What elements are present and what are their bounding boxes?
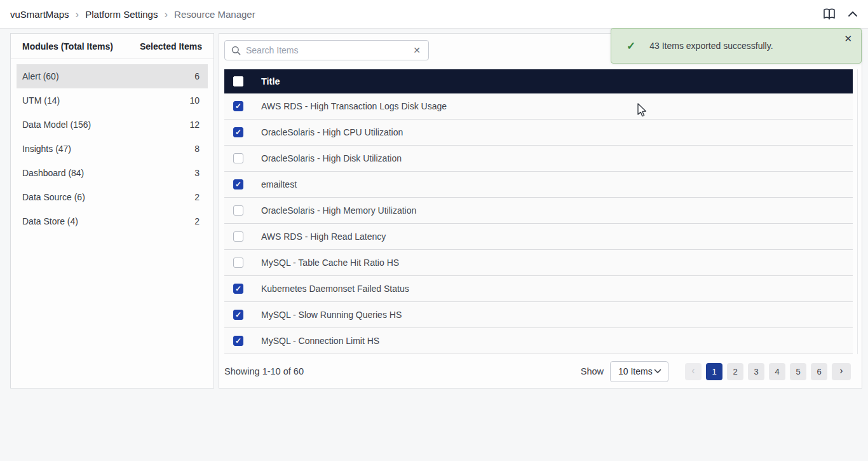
scrollbar-track bbox=[857, 69, 858, 354]
module-item-label: Alert (60) bbox=[22, 71, 59, 81]
module-item-selected-count: 10 bbox=[189, 95, 200, 106]
modules-header-label: Modules (Total Items) bbox=[22, 41, 113, 52]
row-checkbox[interactable] bbox=[233, 127, 243, 137]
module-item[interactable]: Insights (47)8 bbox=[17, 137, 208, 161]
row-checkbox[interactable] bbox=[233, 284, 243, 294]
table-row[interactable]: OracleSolaris - High Memory Utilization bbox=[224, 198, 853, 224]
row-title: AWS RDS - High Read Latency bbox=[261, 231, 386, 242]
selected-items-header-label: Selected Items bbox=[140, 41, 202, 52]
row-checkbox[interactable] bbox=[233, 336, 243, 346]
table-row[interactable]: MySQL - Slow Running Queries HS bbox=[224, 302, 853, 328]
breadcrumb-platform-settings[interactable]: Platform Settings bbox=[85, 9, 158, 20]
page-size-value: 10 Items bbox=[618, 366, 653, 376]
module-item-selected-count: 2 bbox=[194, 216, 200, 226]
items-table: Title AWS RDS - High Transaction Logs Di… bbox=[224, 69, 853, 354]
row-checkbox[interactable] bbox=[233, 310, 243, 320]
toast-message: 43 Items exported successfully. bbox=[649, 41, 773, 51]
success-check-icon: ✓ bbox=[627, 39, 635, 53]
table-row[interactable]: OracleSolaris - High CPU Utilization bbox=[224, 120, 853, 146]
module-item[interactable]: Alert (60)6 bbox=[17, 64, 208, 88]
row-title: OracleSolaris - High Disk Utilization bbox=[261, 153, 402, 163]
row-title: Kubernetes Daemonset Failed Status bbox=[261, 284, 409, 294]
module-item-selected-count: 8 bbox=[194, 144, 200, 154]
page-button-4[interactable]: 4 bbox=[769, 363, 785, 380]
table-row[interactable]: AWS RDS - High Transaction Logs Disk Usa… bbox=[224, 93, 853, 120]
select-all-checkbox[interactable] bbox=[233, 76, 243, 86]
modules-panel-header: Modules (Total Items) Selected Items bbox=[11, 34, 214, 59]
module-item-label: Data Store (4) bbox=[22, 216, 78, 226]
row-title: MySQL - Slow Running Queries HS bbox=[261, 310, 402, 320]
search-input[interactable] bbox=[246, 45, 412, 55]
page-button-3[interactable]: 3 bbox=[748, 363, 764, 380]
row-checkbox[interactable] bbox=[233, 231, 243, 242]
docs-book-icon[interactable] bbox=[822, 8, 836, 20]
module-item-selected-count: 12 bbox=[189, 120, 200, 130]
top-bar: vuSmartMaps › Platform Settings › Resour… bbox=[0, 0, 868, 29]
search-box: ✕ bbox=[224, 40, 429, 60]
previous-page-icon: ‹ bbox=[691, 366, 695, 376]
row-title: MySQL - Connection Limit HS bbox=[261, 336, 379, 346]
show-label: Show bbox=[581, 366, 604, 376]
module-item[interactable]: Data Source (6)2 bbox=[17, 185, 208, 209]
success-toast: ✓ 43 Items exported successfully. ✕ bbox=[611, 28, 862, 64]
breadcrumb-separator-icon: › bbox=[164, 9, 168, 20]
table-row[interactable]: AWS RDS - High Read Latency bbox=[224, 224, 853, 250]
breadcrumb: vuSmartMaps › Platform Settings › Resour… bbox=[10, 9, 255, 20]
next-page-button[interactable]: › bbox=[832, 363, 851, 380]
table-row[interactable]: Kubernetes Daemonset Failed Status bbox=[224, 276, 853, 302]
chevron-up-icon[interactable] bbox=[848, 11, 858, 17]
module-item-label: UTM (14) bbox=[22, 95, 60, 106]
page-size-select[interactable]: 10 Items bbox=[610, 361, 668, 382]
page-button-5[interactable]: 5 bbox=[790, 363, 806, 380]
toast-close-icon[interactable]: ✕ bbox=[844, 34, 852, 43]
pagination: ‹123456› bbox=[685, 363, 851, 380]
row-checkbox[interactable] bbox=[233, 258, 243, 268]
row-checkbox[interactable] bbox=[233, 205, 243, 216]
table-row[interactable]: MySQL - Table Cache Hit Ratio HS bbox=[224, 250, 853, 276]
breadcrumb-resource-manager: Resource Manager bbox=[174, 9, 255, 20]
module-item-label: Insights (47) bbox=[22, 144, 71, 154]
row-title: MySQL - Table Cache Hit Ratio HS bbox=[261, 258, 399, 268]
row-title: OracleSolaris - High CPU Utilization bbox=[261, 127, 403, 137]
module-item-selected-count: 6 bbox=[194, 71, 200, 81]
table-header-row: Title bbox=[224, 69, 853, 93]
next-page-icon: › bbox=[839, 366, 843, 376]
previous-page-button[interactable]: ‹ bbox=[685, 363, 702, 380]
title-column-header: Title bbox=[261, 76, 280, 86]
module-item-selected-count: 3 bbox=[194, 168, 200, 178]
row-checkbox[interactable] bbox=[233, 179, 243, 189]
page-button-6[interactable]: 6 bbox=[811, 363, 827, 380]
table-body: AWS RDS - High Transaction Logs Disk Usa… bbox=[224, 93, 853, 354]
items-panel: ✕ Title AWS RDS - High Transaction Logs … bbox=[219, 33, 862, 389]
table-footer: Showing 1-10 of 60 Show 10 Items ‹123456… bbox=[219, 354, 862, 389]
module-item[interactable]: Dashboard (84)3 bbox=[17, 161, 208, 185]
module-item[interactable]: Data Store (4)2 bbox=[17, 209, 208, 233]
chevron-down-icon bbox=[654, 369, 661, 374]
table-row[interactable]: emailtest bbox=[224, 172, 853, 198]
breadcrumb-separator-icon: › bbox=[76, 9, 79, 20]
module-item-label: Data Model (156) bbox=[22, 120, 91, 130]
module-item[interactable]: Data Model (156)12 bbox=[17, 113, 208, 137]
modules-list: Alert (60)6UTM (14)10Data Model (156)12I… bbox=[11, 59, 214, 233]
module-item[interactable]: UTM (14)10 bbox=[17, 88, 208, 113]
showing-range-label: Showing 1-10 of 60 bbox=[224, 366, 304, 376]
search-clear-icon[interactable]: ✕ bbox=[412, 45, 422, 55]
modules-panel: Modules (Total Items) Selected Items Ale… bbox=[10, 33, 214, 389]
module-item-selected-count: 2 bbox=[194, 192, 200, 202]
table-row[interactable]: OracleSolaris - High Disk Utilization bbox=[224, 146, 853, 172]
row-title: AWS RDS - High Transaction Logs Disk Usa… bbox=[261, 101, 447, 111]
module-item-label: Dashboard (84) bbox=[22, 168, 84, 178]
row-checkbox[interactable] bbox=[233, 153, 243, 163]
module-item-label: Data Source (6) bbox=[22, 192, 85, 202]
row-title: emailtest bbox=[261, 179, 297, 189]
breadcrumb-vusmartmaps[interactable]: vuSmartMaps bbox=[10, 9, 69, 20]
table-row[interactable]: MySQL - Connection Limit HS bbox=[224, 328, 853, 354]
search-icon bbox=[231, 46, 241, 55]
row-title: OracleSolaris - High Memory Utilization bbox=[261, 205, 416, 216]
page-button-1[interactable]: 1 bbox=[706, 363, 722, 380]
row-checkbox[interactable] bbox=[233, 101, 243, 111]
page-button-2[interactable]: 2 bbox=[727, 363, 743, 380]
